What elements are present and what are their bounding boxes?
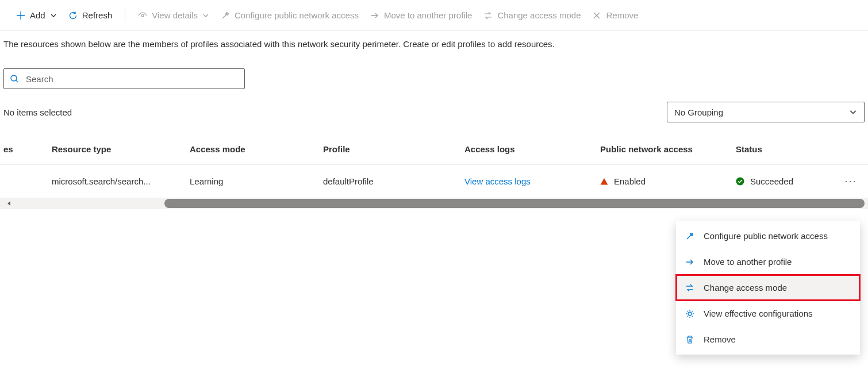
plus-icon <box>16 11 25 20</box>
separator <box>125 9 125 22</box>
cell-public-network-access: Enabled <box>600 176 736 186</box>
refresh-icon <box>68 11 78 20</box>
view-details-button: View details <box>132 7 215 24</box>
configure-pna-label: Configure public network access <box>235 10 359 20</box>
remove-button: Remove <box>586 7 644 24</box>
col-access-logs[interactable]: Access logs <box>464 144 600 154</box>
scroll-thumb[interactable] <box>164 199 865 208</box>
chevron-down-icon <box>50 12 57 19</box>
col-profile[interactable]: Profile <box>323 144 464 154</box>
configure-pna-button: Configure public network access <box>215 7 364 24</box>
horizontal-scrollbar[interactable] <box>0 198 868 209</box>
selection-status: No items selected <box>3 107 72 117</box>
cell-profile: defaultProfile <box>323 176 464 186</box>
selection-grouping-row: No items selected No Grouping <box>0 94 868 125</box>
view-access-logs-link[interactable]: View access logs <box>464 176 531 186</box>
resources-table: es Resource type Access mode Profile Acc… <box>0 144 868 209</box>
refresh-button[interactable]: Refresh <box>63 7 118 24</box>
row-more-button[interactable]: ··· <box>844 175 857 187</box>
grouping-select[interactable]: No Grouping <box>667 102 865 122</box>
scroll-track[interactable] <box>21 199 865 208</box>
change-access-button: Change access mode <box>478 7 586 24</box>
plug-icon <box>221 11 230 20</box>
table-header: es Resource type Access mode Profile Acc… <box>0 144 868 165</box>
col-status[interactable]: Status <box>736 144 839 154</box>
warning-icon <box>600 178 608 186</box>
cell-access-mode: Learning <box>190 176 323 186</box>
change-access-label: Change access mode <box>497 10 581 20</box>
move-profile-button: Move to another profile <box>364 7 478 24</box>
swap-icon <box>483 11 493 20</box>
add-button[interactable]: Add <box>10 7 63 24</box>
description-text: The resources shown below are the member… <box>0 31 868 49</box>
col-resource-type[interactable]: Resource type <box>52 144 190 154</box>
success-icon <box>736 177 744 186</box>
eye-icon <box>138 11 147 20</box>
search-row <box>0 49 868 94</box>
status-value: Succeeded <box>750 176 793 186</box>
search-icon <box>10 74 19 83</box>
move-profile-label: Move to another profile <box>384 10 472 20</box>
remove-label: Remove <box>606 10 638 20</box>
arrow-right-icon <box>370 11 379 20</box>
refresh-label: Refresh <box>82 10 113 20</box>
cell-status: Succeeded <box>736 176 839 186</box>
chevron-down-icon <box>202 12 209 19</box>
search-input[interactable] <box>26 74 239 84</box>
cell-resource-type: microsoft.search/search... <box>52 176 190 186</box>
pna-value: Enabled <box>614 176 646 186</box>
scroll-left-arrow[interactable] <box>3 201 15 206</box>
svg-point-0 <box>141 14 144 17</box>
table-row[interactable]: microsoft.search/search... Learning defa… <box>0 165 868 198</box>
chevron-down-icon <box>849 108 857 116</box>
command-bar: Add Refresh View details Configure publi… <box>0 0 868 31</box>
close-icon <box>592 11 601 20</box>
col-access-mode[interactable]: Access mode <box>190 144 323 154</box>
grouping-value: No Grouping <box>674 107 723 117</box>
col-partial[interactable]: es <box>3 144 52 154</box>
search-box[interactable] <box>3 68 245 89</box>
col-public-network-access[interactable]: Public network access <box>600 144 736 154</box>
view-details-label: View details <box>152 10 198 20</box>
add-label: Add <box>30 10 45 20</box>
